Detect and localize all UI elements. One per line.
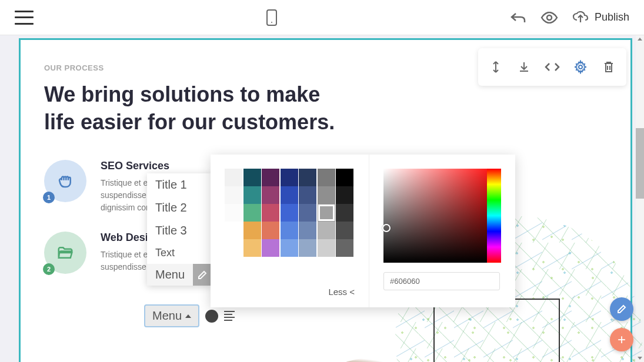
- saturation-box[interactable]: [383, 169, 500, 263]
- color-swatch[interactable]: [262, 169, 279, 186]
- edit-style-button[interactable]: [193, 264, 212, 286]
- move-section-button[interactable]: [483, 54, 509, 80]
- color-swatch[interactable]: [336, 169, 353, 186]
- undo-icon[interactable]: [510, 11, 526, 25]
- color-swatch[interactable]: [243, 239, 261, 257]
- color-swatch[interactable]: [262, 239, 279, 257]
- text-toolbar: Menu: [144, 304, 235, 327]
- color-swatch[interactable]: [299, 222, 316, 239]
- color-swatch[interactable]: [262, 186, 279, 204]
- header-actions: Publish: [510, 11, 629, 25]
- color-swatch[interactable]: [262, 222, 279, 239]
- folder-open-icon: 2: [44, 232, 86, 274]
- typo-menu-label: Menu: [155, 268, 185, 281]
- color-swatch[interactable]: [225, 169, 242, 186]
- hamburger-icon[interactable]: [15, 11, 34, 25]
- mobile-preview-icon[interactable]: [266, 9, 277, 26]
- typo-option-title2[interactable]: Title 2: [147, 196, 212, 219]
- color-swatch[interactable]: [243, 169, 261, 186]
- step-badge: 1: [43, 192, 55, 203]
- color-swatch[interactable]: [243, 204, 261, 222]
- edit-fab[interactable]: [610, 297, 633, 321]
- color-swatch[interactable]: [225, 204, 242, 222]
- color-swatch[interactable]: [336, 204, 353, 222]
- publish-label: Publish: [595, 11, 629, 24]
- app-header: Publish: [0, 0, 644, 35]
- custom-color-panel: [369, 155, 515, 307]
- color-swatch[interactable]: [318, 239, 335, 257]
- color-swatch[interactable]: [299, 204, 316, 222]
- typo-option-title3[interactable]: Title 3: [147, 219, 212, 242]
- color-swatch[interactable]: [281, 239, 298, 257]
- add-fab[interactable]: +: [610, 328, 633, 351]
- color-swatch[interactable]: [299, 186, 316, 204]
- color-swatch[interactable]: [281, 169, 298, 186]
- section-headline[interactable]: We bring solutions to make life easier f…: [44, 81, 338, 136]
- color-swatch[interactable]: [318, 169, 335, 186]
- color-swatch[interactable]: [243, 222, 261, 239]
- color-swatch[interactable]: [281, 186, 298, 204]
- step-badge: 2: [43, 263, 55, 275]
- settings-button[interactable]: [568, 54, 593, 80]
- code-button[interactable]: [539, 54, 565, 80]
- color-picker-popup: Less <: [211, 155, 515, 307]
- save-section-button[interactable]: [511, 54, 537, 80]
- style-dropdown[interactable]: Menu: [144, 304, 199, 327]
- align-button[interactable]: [224, 311, 235, 321]
- plus-icon: +: [618, 331, 626, 348]
- typography-dropdown: Title 1 Title 2 Title 3 Text Menu: [147, 173, 212, 286]
- color-swatch[interactable]: [281, 204, 298, 222]
- section-toolbar: [478, 48, 626, 86]
- typo-option-title1[interactable]: Title 1: [147, 173, 212, 196]
- color-swatch[interactable]: [318, 204, 335, 222]
- grab-icon: 1: [44, 160, 86, 202]
- header-center: [34, 9, 510, 26]
- color-swatch[interactable]: [225, 186, 242, 204]
- hue-slider[interactable]: [487, 169, 501, 263]
- color-swatch[interactable]: [225, 239, 242, 257]
- publish-button[interactable]: Publish: [572, 11, 629, 24]
- device-frame-graphic: [433, 299, 560, 362]
- typo-option-text[interactable]: Text: [147, 242, 212, 264]
- color-swatch[interactable]: [243, 186, 261, 204]
- color-swatch[interactable]: [281, 222, 298, 239]
- swatch-grid: [225, 169, 355, 257]
- svg-point-1: [579, 65, 582, 69]
- color-swatch[interactable]: [318, 222, 335, 239]
- text-color-button[interactable]: [205, 310, 218, 323]
- color-swatch[interactable]: [336, 222, 353, 239]
- scroll-thumb[interactable]: [636, 128, 644, 199]
- color-swatch[interactable]: [318, 186, 335, 204]
- color-swatch[interactable]: [336, 239, 353, 257]
- delete-button[interactable]: [596, 54, 622, 80]
- style-dropdown-label: Menu: [152, 309, 182, 323]
- typo-menu-button[interactable]: Menu: [147, 264, 193, 286]
- svg-point-0: [547, 15, 552, 20]
- color-swatch[interactable]: [262, 204, 279, 222]
- color-swatch[interactable]: [225, 222, 242, 239]
- scroll-up-arrow[interactable]: [638, 38, 642, 41]
- caret-up-icon: [185, 314, 191, 318]
- swatch-panel: Less <: [211, 155, 369, 307]
- preview-icon[interactable]: [540, 12, 558, 24]
- color-swatch[interactable]: [299, 169, 316, 186]
- color-swatch[interactable]: [299, 239, 316, 257]
- less-toggle[interactable]: Less <: [328, 287, 355, 297]
- hex-input[interactable]: [383, 272, 500, 290]
- color-swatch[interactable]: [336, 186, 353, 204]
